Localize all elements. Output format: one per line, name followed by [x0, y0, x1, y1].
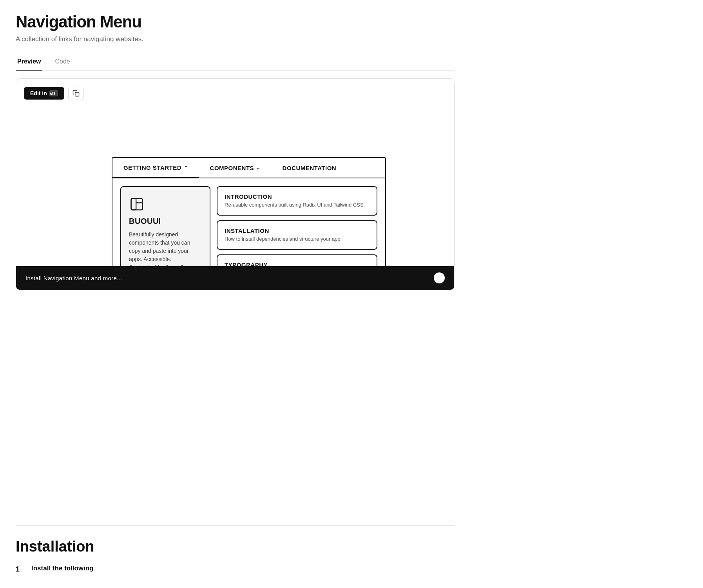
tabs-bar: Preview Code: [16, 54, 455, 71]
nav-link-introduction[interactable]: INTRODUCTION Re-usable components built …: [217, 186, 377, 216]
install-step-1: 1 Install the following: [16, 564, 455, 573]
tab-code[interactable]: Code: [53, 54, 71, 71]
preview-container: Edit in v0: [16, 78, 455, 290]
layout-icon: [129, 196, 145, 212]
nav-item-components[interactable]: COMPONENTS ⌄: [199, 158, 272, 178]
nav-link-desc-introduction: Re-usable components built using Radix U…: [225, 201, 370, 209]
nav-link-installation[interactable]: INSTALLATION How to install dependencies…: [217, 220, 377, 250]
svg-rect-4: [131, 199, 136, 210]
install-step-label: Install the following: [31, 564, 94, 572]
nav-item-documentation[interactable]: DOCUMENTATION: [272, 158, 348, 178]
nav-link-title-installation: INSTALLATION: [225, 227, 370, 234]
nav-link-desc-installation: How to install dependencies and structur…: [225, 236, 370, 243]
bottom-black-bar: Install Navigation Menu and more...: [16, 266, 454, 290]
bottom-bar-text: Install Navigation Menu and more...: [25, 275, 122, 281]
svg-rect-2: [75, 93, 79, 96]
installation-title: Installation: [16, 538, 455, 555]
nav-featured-description: Beautifully designed components that you…: [129, 230, 202, 272]
page-subtitle: A collection of links for navigating web…: [16, 35, 455, 43]
white-circle-icon: [434, 272, 445, 283]
nav-featured-title: BUOUUI: [129, 217, 202, 226]
v0-logo-icon: v0: [49, 90, 58, 96]
page-title: Navigation Menu: [16, 13, 455, 31]
chevron-down-icon: ⌄: [256, 165, 261, 171]
copy-button[interactable]: [68, 87, 84, 100]
nav-link-title-introduction: INTRODUCTION: [225, 193, 370, 200]
svg-text:v0: v0: [50, 91, 55, 96]
tab-preview[interactable]: Preview: [16, 54, 42, 71]
preview-toolbar: Edit in v0: [24, 87, 446, 100]
install-step-number: 1: [16, 564, 24, 573]
edit-in-v0-button[interactable]: Edit in v0: [24, 87, 64, 100]
nav-item-getting-started[interactable]: GETTING STARTED ⌃: [112, 158, 199, 178]
installation-section: Installation 1 Install the following: [16, 525, 455, 573]
nav-bar: GETTING STARTED ⌃ COMPONENTS ⌄ DOCUMENTA…: [112, 158, 385, 178]
edit-label: Edit in: [30, 90, 47, 96]
svg-rect-3: [131, 199, 143, 210]
chevron-up-icon: ⌃: [184, 165, 188, 171]
